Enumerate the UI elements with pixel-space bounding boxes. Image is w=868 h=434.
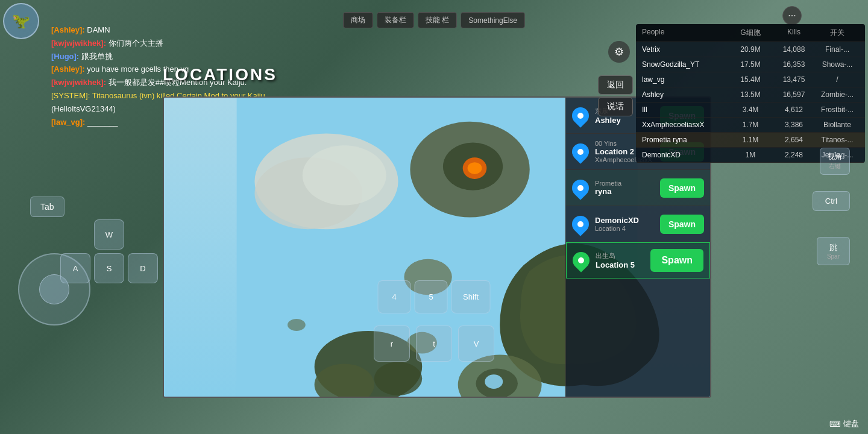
lb-name-7: Prometia ryna <box>642 136 729 144</box>
location-pin-5 <box>569 248 593 272</box>
location-item-5[interactable]: 出生岛 Location 5 Spawn <box>566 242 710 278</box>
shift-key[interactable]: Shift <box>451 280 491 313</box>
lb-name-5: Ill <box>642 105 729 114</box>
location-subtitle-3: Prometia <box>595 180 660 187</box>
view-key[interactable]: 视角 右键 <box>820 148 850 175</box>
lb-row-3[interactable]: law_vg 15.4M 13,475 / <box>636 72 865 87</box>
lb-header: People G细胞 Kills 开关 <box>636 24 865 42</box>
svg-point-16 <box>288 319 306 331</box>
avatar-area: 🦖 <box>3 3 48 48</box>
lb-row-1[interactable]: Vetrix 20.9M 14,088 Final-... <box>636 42 865 57</box>
d-key[interactable]: D <box>128 253 158 283</box>
lb-gcells-6: 1.7M <box>729 121 772 129</box>
jump-key[interactable]: 跳 Spar <box>817 237 850 265</box>
more-options-button[interactable]: ··· <box>782 6 802 25</box>
location-sublabel-4: Location 4 <box>595 225 660 232</box>
lb-row-4[interactable]: Ashley 13.5M 16,597 Zombie-... <box>636 87 865 102</box>
lb-name-2: SnowGodzilla_YT <box>642 60 729 69</box>
lb-row-2[interactable]: SnowGodzilla_YT 17.5M 16,353 Showa-... <box>636 57 865 72</box>
num-keys-row: 4 5 Shift <box>378 280 491 313</box>
location-info-5: 出生岛 Location 5 <box>596 251 650 269</box>
tab-key[interactable]: Tab <box>30 197 64 217</box>
location-pin-3 <box>568 176 593 200</box>
leaderboard-panel: People G细胞 Kills 开关 Vetrix 20.9M 14,088 … <box>636 24 865 163</box>
lb-kills-8: 2,248 <box>772 151 816 159</box>
lb-mode-2: Showa-... <box>816 60 859 69</box>
settings-icon: ⚙ <box>614 45 624 58</box>
chat-text-8: _______ <box>87 118 118 127</box>
chat-line-2: [kwjwjwikhek]: 你们两个大主播 <box>51 37 280 50</box>
top-nav: 商场 装备栏 技能 栏 SomethingElse <box>343 12 525 28</box>
lb-mode-6: Biollante <box>816 121 859 129</box>
v-key[interactable]: V <box>458 326 494 362</box>
lb-name-8: DemonicXD <box>642 151 729 159</box>
nav-shop[interactable]: 商场 <box>343 12 373 28</box>
location-subtitle-5: 出生岛 <box>596 251 650 260</box>
lb-col-mode: 开关 <box>816 28 859 38</box>
ctrl-key[interactable]: Ctrl <box>813 191 850 211</box>
avatar: 🦖 <box>3 3 39 39</box>
lb-mode-3: / <box>816 75 859 84</box>
keyboard-toggle[interactable]: ⌨ 键盘 <box>829 418 859 429</box>
w-key[interactable]: W <box>94 219 124 250</box>
lb-gcells-1: 20.9M <box>729 45 772 54</box>
chat-text-1: DAMN <box>87 25 110 34</box>
chat-name-lawvg: [law_vg]: <box>51 118 85 127</box>
svg-point-3 <box>303 145 386 205</box>
chat-name-ashley2: [Ashley]: <box>51 64 85 74</box>
svg-point-7 <box>468 162 482 174</box>
num-4-key[interactable]: 4 <box>378 280 411 313</box>
a-key[interactable]: A <box>60 253 90 283</box>
chat-name-kwj2: [kwjwjwikhek]: <box>51 78 106 87</box>
t-key[interactable]: t <box>416 326 452 362</box>
lb-mode-5: Frostbit-... <box>816 105 859 114</box>
view-label: 视角 <box>828 152 842 162</box>
locations-header: LOCATIONS <box>163 65 277 84</box>
return-button[interactable]: 返回 <box>598 75 633 95</box>
s-key[interactable]: S <box>94 253 124 283</box>
lb-gcells-2: 17.5M <box>729 60 772 69</box>
view-sublabel: 右键 <box>828 162 842 171</box>
nav-other[interactable]: SomethingElse <box>461 12 525 28</box>
location-info-3: Prometia ryna <box>595 180 660 196</box>
lb-gcells-8: 1M <box>729 151 772 159</box>
lb-kills-6: 3,386 <box>772 121 816 129</box>
num-5-key[interactable]: 5 <box>415 280 448 313</box>
nav-skills[interactable]: 技能 栏 <box>418 12 457 28</box>
jump-label: 跳 <box>829 242 837 253</box>
chat-line-1: [Ashley]: DAMN <box>51 24 280 37</box>
lb-kills-7: 2,654 <box>772 136 816 144</box>
spawn-button-3[interactable]: Spawn <box>660 178 704 198</box>
location-item-3[interactable]: Prometia ryna Spawn <box>566 170 710 206</box>
lb-kills-3: 13,475 <box>772 75 816 84</box>
r-key[interactable]: r <box>374 326 410 362</box>
spawn-button-5[interactable]: Spawn <box>650 249 703 272</box>
lb-row-7[interactable]: Prometia ryna 1.1M 2,654 Titanos-... <box>636 133 865 148</box>
location-pin-2 <box>568 140 593 164</box>
location-item-4[interactable]: DemonicXD Location 4 Spawn <box>566 206 710 242</box>
settings-button[interactable]: ⚙ <box>608 41 630 63</box>
lb-gcells-7: 1.1M <box>729 136 772 144</box>
nav-equip[interactable]: 装备栏 <box>377 12 414 28</box>
lb-col-people: People <box>642 28 729 38</box>
location-info-4: DemonicXD Location 4 <box>595 216 660 232</box>
svg-point-14 <box>485 374 503 389</box>
chat-text-3: 跟我单挑 <box>81 52 113 61</box>
lb-kills-1: 14,088 <box>772 45 816 54</box>
rtv-keys-row: r t V <box>374 326 494 362</box>
spawn-button-4[interactable]: Spawn <box>660 215 704 234</box>
lb-row-5[interactable]: Ill 3.4M 4,612 Frostbit-... <box>636 102 865 118</box>
more-options-icon: ··· <box>788 10 796 21</box>
lb-kills-2: 16,353 <box>772 60 816 69</box>
lb-col-gcells: G细胞 <box>729 28 772 38</box>
chat-name-ashley1: [Ashley]: <box>51 25 85 34</box>
lb-col-kills: Kills <box>772 28 816 38</box>
svg-point-11 <box>374 362 422 395</box>
lb-kills-4: 16,597 <box>772 90 816 99</box>
location-name-3: ryna <box>595 187 660 196</box>
chat-name-kwj1: [kwjwjwikhek]: <box>51 39 106 48</box>
lb-name-1: Vetrix <box>642 45 729 54</box>
lb-row-6[interactable]: XxAmphecoeliasxX 1.7M 3,386 Biollante <box>636 118 865 133</box>
talk-button[interactable]: 说话 <box>598 97 633 116</box>
chat-text-2: 你们两个大主播 <box>108 39 163 48</box>
